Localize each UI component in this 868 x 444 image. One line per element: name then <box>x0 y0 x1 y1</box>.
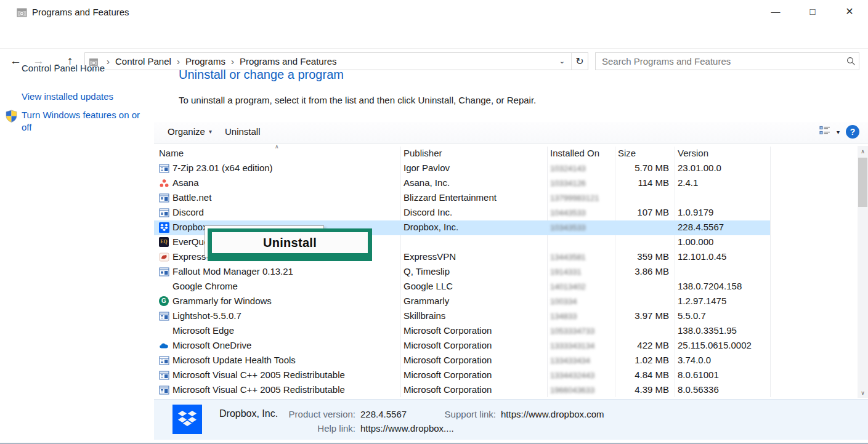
program-publisher: Q, Timeslip <box>404 266 450 276</box>
title-bar[interactable]: Programs and Features — □ ✕ <box>0 0 868 25</box>
maximize-button[interactable]: □ <box>795 0 830 23</box>
program-size: 422 MB <box>615 340 669 350</box>
program-installed-on-redacted: 1053334733 <box>550 326 594 336</box>
table-row[interactable]: DiscordDiscord Inc.10443533107 MB1.0.917… <box>154 206 856 220</box>
programs-and-features-window: Programs and Features — □ ✕ ← → ⌄ ↑ › Co… <box>0 0 868 444</box>
search-icon[interactable] <box>843 57 859 66</box>
scrollbar-thumb[interactable] <box>858 158 867 207</box>
program-size: 3.97 MB <box>615 310 669 321</box>
program-name: Google Chrome <box>172 281 238 291</box>
refresh-icon: ↻ <box>575 55 583 67</box>
program-name: Microsoft OneDrive <box>172 340 251 350</box>
program-size: 5.70 MB <box>615 163 669 173</box>
page-subtitle: To uninstall a program, select it from t… <box>179 95 536 105</box>
program-version: 3.74.0.0 <box>678 355 711 365</box>
default-program-icon <box>159 267 169 277</box>
program-publisher: Google LLC <box>404 281 453 291</box>
support-link-label: Support link: <box>404 409 496 419</box>
context-menu-item-uninstall[interactable]: Uninstall <box>212 232 368 253</box>
program-size: 114 MB <box>615 177 669 188</box>
table-row[interactable]: Battle.netBlizzard Entertainment13799983… <box>154 191 856 206</box>
details-pane: Dropbox, Inc. Product version: 228.4.556… <box>154 399 868 440</box>
program-version: 23.01.00.0 <box>678 163 721 173</box>
table-row[interactable]: Microsoft OneDriveMicrosoft Corporation1… <box>154 339 856 353</box>
vertical-scrollbar[interactable]: ∧ ∨ <box>858 146 868 398</box>
table-row[interactable]: Fallout Mod Manager 0.13.21Q, Timeslip19… <box>154 265 856 280</box>
program-size: 4.84 MB <box>615 369 669 380</box>
program-installed-on-redacted: 1914331 <box>550 267 582 276</box>
column-header-version[interactable]: Version <box>678 148 708 158</box>
program-name: Discord <box>172 207 204 217</box>
program-name: Asana <box>172 177 199 188</box>
program-installed-on-redacted: 13799983121 <box>550 193 599 203</box>
program-version: 1.0.9179 <box>678 207 713 217</box>
breadcrumb-programs-and-features[interactable]: Programs and Features <box>240 56 337 67</box>
table-row[interactable]: Lightshot-5.5.0.7Skillbrains1348333.97 M… <box>154 309 856 324</box>
program-size: 359 MB <box>615 251 669 262</box>
sidebar-item-view-installed-updates[interactable]: View installed updates <box>22 91 145 103</box>
default-program-icon <box>159 193 169 203</box>
program-size: 3.86 MB <box>615 266 669 276</box>
column-header-name[interactable]: Name <box>159 148 184 158</box>
column-header-installed-on[interactable]: Installed On <box>550 148 599 158</box>
table-row[interactable]: 7-Zip 23.01 (x64 edition)Igor Pavlov1032… <box>154 161 856 176</box>
program-name: Dropbox <box>172 222 208 232</box>
refresh-button[interactable]: ↻ <box>571 53 588 70</box>
column-header-publisher[interactable]: Publisher <box>404 148 442 158</box>
default-program-icon <box>159 311 169 321</box>
table-row[interactable]: Google ChromeGoogle LLC14013402138.0.720… <box>154 280 856 294</box>
uninstall-toolbar-button[interactable]: Uninstall <box>225 126 261 137</box>
program-name: Microsoft Update Health Tools <box>172 355 296 365</box>
program-version: 228.4.5567 <box>678 222 724 232</box>
support-link-value[interactable]: https://www.dropbox.com <box>501 409 604 419</box>
table-row[interactable]: Microsoft Visual C++ 2005 Redistributabl… <box>154 383 856 398</box>
organize-button[interactable]: Organize▾ <box>168 126 212 137</box>
grammarly-icon: G <box>159 296 169 307</box>
minimize-button[interactable]: — <box>758 0 793 23</box>
address-dropdown-icon[interactable]: ⌄ <box>553 57 571 65</box>
table-row[interactable]: Microsoft Update Health ToolsMicrosoft C… <box>154 353 856 368</box>
program-version: 25.115.0615.0002 <box>678 340 752 350</box>
sidebar-item-turn-windows-features[interactable]: Turn Windows features on or off <box>22 109 145 134</box>
view-dropdown-icon[interactable]: ▾ <box>837 129 840 135</box>
default-program-icon <box>159 370 169 381</box>
search-box <box>595 52 859 70</box>
program-publisher: Igor Pavlov <box>404 163 450 173</box>
help-link-value[interactable]: https://www.dropbox.... <box>360 423 454 434</box>
scroll-down-button[interactable]: ∨ <box>858 387 868 398</box>
program-publisher: Blizzard Entertainment <box>404 192 497 203</box>
table-row[interactable]: AsanaAsana, Inc.10334126114 MB2.4.1 <box>154 176 856 191</box>
change-view-button[interactable] <box>819 126 830 138</box>
sidebar-item-control-panel-home[interactable]: Control Panel Home <box>22 63 105 73</box>
program-installed-on-redacted: 10334126 <box>550 179 586 188</box>
edge-icon <box>159 326 169 336</box>
program-version: 1.2.97.1475 <box>678 296 726 306</box>
search-input[interactable] <box>596 56 843 67</box>
program-version: 138.0.3351.95 <box>678 325 737 336</box>
default-program-icon <box>159 163 169 174</box>
program-publisher: ExpressVPN <box>404 251 456 262</box>
program-installed-on-redacted: 133433434 <box>550 356 590 365</box>
breadcrumb-programs[interactable]: Programs <box>185 56 225 67</box>
page-title: Uninstall or change a program <box>179 68 344 82</box>
program-installed-on-redacted: 134833 <box>550 312 577 321</box>
dropbox-icon <box>159 222 169 233</box>
program-name: Microsoft Visual C++ 2005 Redistributabl… <box>172 384 345 395</box>
table-row[interactable]: Microsoft Visual C++ 2005 Redistributabl… <box>154 368 856 383</box>
program-version: 12.101.0.45 <box>678 251 726 262</box>
help-button[interactable]: ? <box>846 125 859 139</box>
program-installed-on-redacted: 13443581 <box>550 252 586 262</box>
program-name: Grammarly for Windows <box>172 296 272 306</box>
program-name: Microsoft Visual C++ 2005 Redistributabl… <box>172 369 345 380</box>
program-version: 8.0.61001 <box>678 369 719 380</box>
back-button[interactable]: ← <box>10 53 22 69</box>
column-header-size[interactable]: Size <box>618 148 636 158</box>
table-row[interactable]: GGrammarly for WindowsGrammarly1003341.2… <box>154 294 856 309</box>
scroll-up-button[interactable]: ∧ <box>858 146 868 156</box>
uac-shield-icon <box>6 110 17 125</box>
close-button[interactable]: ✕ <box>832 0 867 23</box>
expressvpn-icon <box>159 252 169 262</box>
breadcrumb-control-panel[interactable]: Control Panel <box>115 56 171 67</box>
program-publisher: Asana, Inc. <box>404 177 450 188</box>
table-row[interactable]: Microsoft EdgeMicrosoft Corporation10533… <box>154 324 856 339</box>
